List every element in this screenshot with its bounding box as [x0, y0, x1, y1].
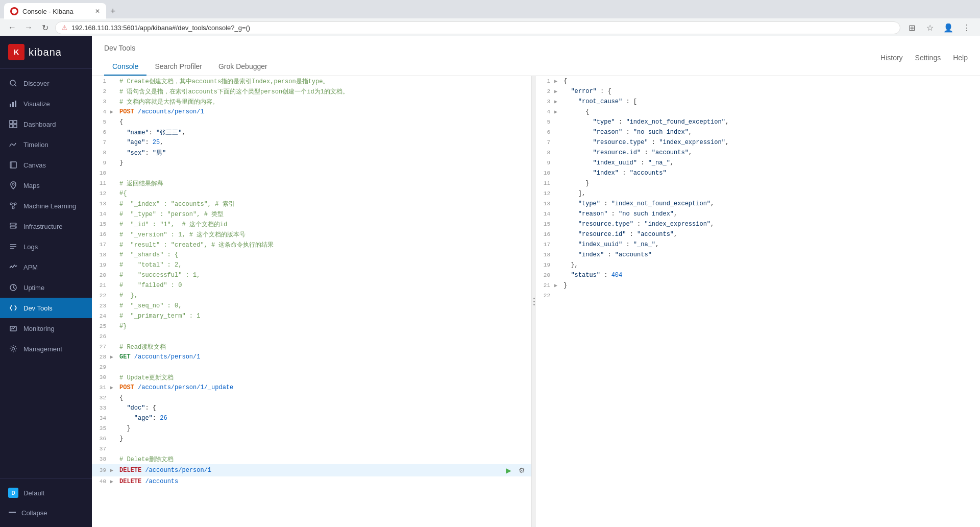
code-line-16: 16 # "_version" : 1, # 这个文档的版本号 — [92, 229, 531, 239]
header-left: Dev Tools Console Search Profiler Grok D… — [104, 44, 276, 76]
header-tabs: Console Search Profiler Grok Debugger — [104, 58, 276, 76]
help-button[interactable]: Help — [953, 54, 968, 62]
dev-tools-header: Dev Tools Console Search Profiler Grok D… — [92, 36, 980, 76]
line-number-1: 1 — [92, 78, 110, 84]
sidebar-item-timelion[interactable]: Timelion — [0, 134, 92, 155]
browser-tab[interactable]: Console - Kibana ✕ — [4, 3, 106, 19]
line-number-19: 19 — [92, 262, 110, 268]
svg-rect-29 — [9, 512, 16, 513]
dashboard-icon — [8, 119, 18, 129]
forward-button[interactable]: → — [22, 21, 35, 34]
profile-button[interactable]: 👤 — [941, 20, 955, 35]
code-line-6: 6 "name": "张三三", — [92, 127, 531, 137]
line-content-16: # "_version" : 1, # 这个文档的版本号 — [117, 230, 531, 239]
editor-panel[interactable]: 1 # Create创建文档，其中accounts指的是索引Index,pers… — [92, 76, 532, 527]
line-content-28: GET /accounts/person/1 — [117, 353, 531, 361]
maps-icon — [8, 180, 18, 190]
line-content-20: # "successful" : 1, — [117, 272, 531, 279]
reload-button[interactable]: ↻ — [39, 21, 51, 34]
settings-button[interactable]: Settings — [915, 54, 941, 62]
line-number-21: 21 — [92, 282, 110, 289]
out-line-6: 6 "reason" : "no such index", — [536, 127, 980, 137]
sidebar-item-management[interactable]: Management — [0, 339, 92, 359]
line-number-6: 6 — [92, 129, 110, 135]
code-line-5: 5 { — [92, 117, 531, 127]
sidebar-collapse[interactable]: Collapse — [0, 503, 92, 523]
sidebar-nav: Discover Visualize Dashboard Timelion — [0, 69, 92, 478]
out-line-14: 14 "reason" : "no such index", — [536, 209, 980, 219]
back-button[interactable]: ← — [6, 21, 18, 34]
sidebar-item-apm[interactable]: APM — [0, 257, 92, 277]
resize-handle[interactable] — [532, 76, 536, 527]
sidebar-item-uptime-label: Uptime — [23, 284, 44, 292]
sidebar-default-space[interactable]: D Default — [0, 483, 92, 503]
sidebar-item-monitoring[interactable]: Monitoring — [0, 318, 92, 339]
line-number-33: 33 — [92, 405, 110, 411]
code-line-10: 10 — [92, 168, 531, 178]
out-arrow-4: ▶ — [554, 109, 561, 115]
sidebar-item-infrastructure[interactable]: Infrastructure — [0, 216, 92, 236]
out-num-22: 22 — [536, 293, 554, 299]
code-line-31: 31 ▶ POST /accounts/person/1/_update — [92, 382, 531, 393]
out-content-7: "resource.type" : "index_expression", — [561, 139, 980, 146]
menu-button[interactable]: ⋮ — [960, 20, 974, 35]
sidebar-item-uptime[interactable]: Uptime — [0, 277, 92, 298]
history-button[interactable]: History — [880, 54, 903, 62]
out-num-9: 9 — [536, 160, 554, 166]
line-number-36: 36 — [92, 436, 110, 442]
sidebar-item-monitoring-label: Monitoring — [23, 325, 55, 332]
line-content-7: "age": 25, — [117, 139, 531, 146]
code-line-39[interactable]: 39 ▶ DELETE /accounts/person/1 ▶ ⚙ — [92, 464, 531, 476]
visualize-icon — [8, 99, 18, 109]
main-content: Dev Tools Console Search Profiler Grok D… — [92, 36, 980, 527]
out-num-4: 4 — [536, 109, 554, 115]
tab-search-profiler[interactable]: Search Profiler — [146, 58, 210, 76]
out-content-21: } — [561, 282, 980, 289]
bookmark-button[interactable]: ☆ — [923, 20, 937, 35]
run-button[interactable]: ▶ — [503, 465, 514, 476]
sidebar-item-maps[interactable]: Maps — [0, 175, 92, 196]
code-line-3: 3 # 文档内容就是大括号里面的内容。 — [92, 97, 531, 107]
line-number-30: 30 — [92, 374, 110, 380]
line-content-18: # "_shards" : { — [117, 251, 531, 258]
line-number-13: 13 — [92, 201, 110, 207]
tab-console[interactable]: Console — [104, 58, 146, 76]
sidebar-item-dashboard[interactable]: Dashboard — [0, 114, 92, 134]
line-content-12: #{ — [117, 190, 531, 197]
sidebar-item-canvas[interactable]: Canvas — [0, 155, 92, 175]
sidebar-item-ml[interactable]: Machine Learning — [0, 196, 92, 216]
browser-controls: ← → ↻ ⚠ 192.168.110.133:5601/app/kibana#… — [0, 18, 980, 37]
out-num-5: 5 — [536, 119, 554, 125]
out-line-4: 4 ▶ { — [536, 107, 980, 117]
tab-grok-debugger[interactable]: Grok Debugger — [210, 58, 276, 76]
line-content-21: # "failed" : 0 — [117, 282, 531, 289]
line-number-39: 39 — [92, 467, 110, 473]
sidebar-item-visualize[interactable]: Visualize — [0, 93, 92, 114]
out-content-17: "index_uuid" : "_na_", — [561, 241, 980, 248]
browser-chrome: Console - Kibana ✕ + ← → ↻ ⚠ 192.168.110… — [0, 0, 980, 36]
sidebar-item-maps-label: Maps — [23, 182, 40, 189]
line-number-16: 16 — [92, 231, 110, 237]
out-content-12: ], — [561, 190, 980, 197]
sidebar-item-logs[interactable]: Logs — [0, 236, 92, 257]
sidebar-item-discover[interactable]: Discover — [0, 73, 92, 93]
code-line-25: 25 #} — [92, 321, 531, 331]
out-num-19: 19 — [536, 262, 554, 268]
new-tab-button[interactable]: + — [106, 6, 120, 17]
line-settings-button[interactable]: ⚙ — [516, 465, 527, 476]
code-line-21: 21 # "failed" : 0 — [92, 280, 531, 291]
tab-bar: Console - Kibana ✕ + — [0, 0, 980, 18]
out-content-11: } — [561, 180, 980, 187]
out-content-14: "reason" : "no such index", — [561, 210, 980, 218]
translate-button[interactable]: ⊞ — [904, 20, 919, 35]
line-content-4: POST /accounts/person/1 — [117, 108, 531, 115]
line-content-2: # 语句含义是指，在索引accounts下面的这个类型person创建一个id为… — [117, 87, 531, 96]
tab-close-button[interactable]: ✕ — [95, 8, 100, 15]
sidebar-item-devtools[interactable]: Dev Tools — [0, 298, 92, 318]
out-num-1: 1 — [536, 78, 554, 84]
out-line-21: 21 ▶ } — [536, 280, 980, 291]
svg-point-1 — [10, 80, 15, 85]
address-bar[interactable]: ⚠ 192.168.110.133:5601/app/kibana#/dev_t… — [55, 21, 900, 34]
code-line-15: 15 # "_id" : "1", # 这个文档的id — [92, 219, 531, 229]
header-right: History Settings Help — [880, 54, 968, 66]
